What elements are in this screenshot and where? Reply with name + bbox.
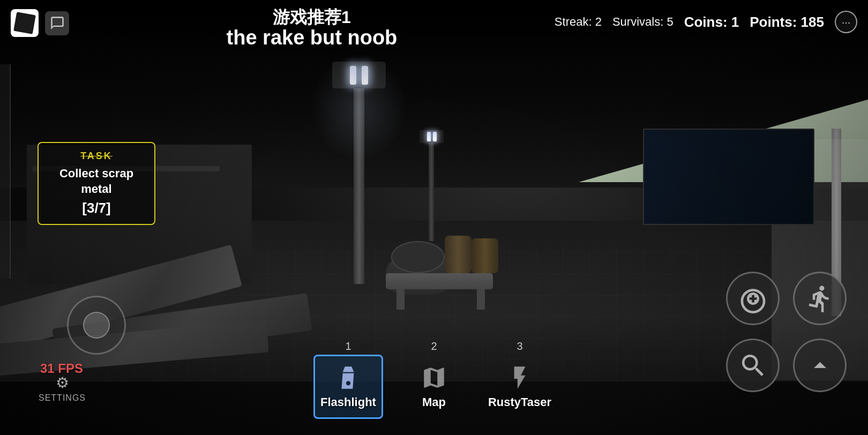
left-side-bar [0, 64, 11, 279]
billboard [643, 129, 814, 225]
task-label: TASK [47, 151, 146, 162]
slot-number-2: 2 [431, 340, 437, 352]
flashlight-icon [335, 364, 362, 391]
bench [386, 273, 493, 289]
task-progress: [3/7] [47, 200, 146, 216]
chat-icon [50, 16, 65, 31]
stats-bar: Streak: 2 Survivals: 5 Coins: 1 Points: … [555, 11, 857, 33]
lamp-post [354, 70, 364, 284]
lamp-head [332, 62, 386, 88]
top-center: 游戏推荐1 the rake but noob [69, 8, 555, 49]
listen-button[interactable] [726, 272, 780, 325]
settings-label: SETTINGS [39, 393, 86, 403]
task-box: TASK Collect scrap metal [3/7] [38, 142, 155, 225]
settings-button[interactable]: ⚙ SETTINGS [39, 374, 86, 403]
slot-label-3: RustyTaser [488, 395, 551, 409]
gear-icon: ⚙ [56, 374, 69, 392]
joystick-inner [83, 312, 110, 339]
barrel-2 [472, 238, 498, 273]
bench-leg-2 [477, 288, 485, 310]
game-title-chinese: 游戏推荐1 [273, 8, 351, 27]
search-icon [738, 351, 768, 380]
bench-leg-1 [396, 288, 405, 310]
lamp-light-right [362, 66, 368, 85]
lamp-light-left [350, 66, 356, 85]
roblox-logo[interactable] [11, 9, 39, 37]
coins-stat: Coins: 1 [684, 14, 739, 31]
run-icon [805, 284, 835, 313]
inventory-slot-1[interactable]: 1 Flashlight [305, 340, 391, 419]
slot-number-1: 1 [345, 340, 351, 352]
roblox-logo-inner [13, 12, 36, 34]
coins-value: 1 [731, 14, 739, 30]
streak-value: 2 [595, 15, 602, 28]
points-value: 185 [801, 14, 824, 30]
task-description: Collect scrap metal [47, 166, 146, 197]
slot-number-3: 3 [517, 340, 522, 352]
fountain-top [391, 241, 445, 273]
ear-icon [738, 284, 768, 313]
jump-button[interactable] [793, 339, 847, 392]
slot-label-2: Map [422, 395, 446, 409]
chat-button[interactable] [45, 11, 69, 35]
lamp-light-2a [427, 132, 431, 141]
joystick-outer[interactable] [67, 296, 126, 355]
map-icon [421, 364, 447, 391]
survivals-value: 5 [667, 15, 673, 28]
slot-box-3[interactable]: RustyTaser [485, 355, 555, 419]
slot-label-1: Flashlight [320, 395, 376, 409]
inventory-bar: 1 Flashlight 2 Map 3 RustyTaser [305, 340, 563, 419]
lamp-post-2 [429, 134, 434, 241]
top-left-icons [11, 9, 69, 37]
inventory-slot-2[interactable]: 2 Map [391, 340, 477, 419]
run-button[interactable] [793, 272, 847, 325]
game-title-english: the rake but noob [227, 27, 398, 49]
more-options-button[interactable]: ··· [835, 11, 857, 33]
slot-box-1[interactable]: Flashlight [313, 355, 383, 419]
search-button[interactable] [726, 339, 780, 392]
barrel-1 [445, 236, 472, 273]
taser-icon [506, 364, 533, 391]
top-bar: 游戏推荐1 the rake but noob Streak: 2 Surviv… [0, 0, 868, 54]
lamp-head-2 [420, 130, 444, 143]
billboard-screen [644, 130, 813, 224]
points-stat: Points: 185 [750, 14, 824, 31]
lamp-light-2b [433, 132, 437, 141]
arrow-up-icon [805, 351, 835, 380]
right-controls [726, 272, 847, 392]
inventory-slot-3[interactable]: 3 RustyTaser [477, 340, 563, 419]
streak-label: Streak: 2 [555, 15, 602, 29]
slot-box-2[interactable]: Map [399, 355, 469, 419]
survivals-label: Survivals: 5 [612, 15, 674, 29]
